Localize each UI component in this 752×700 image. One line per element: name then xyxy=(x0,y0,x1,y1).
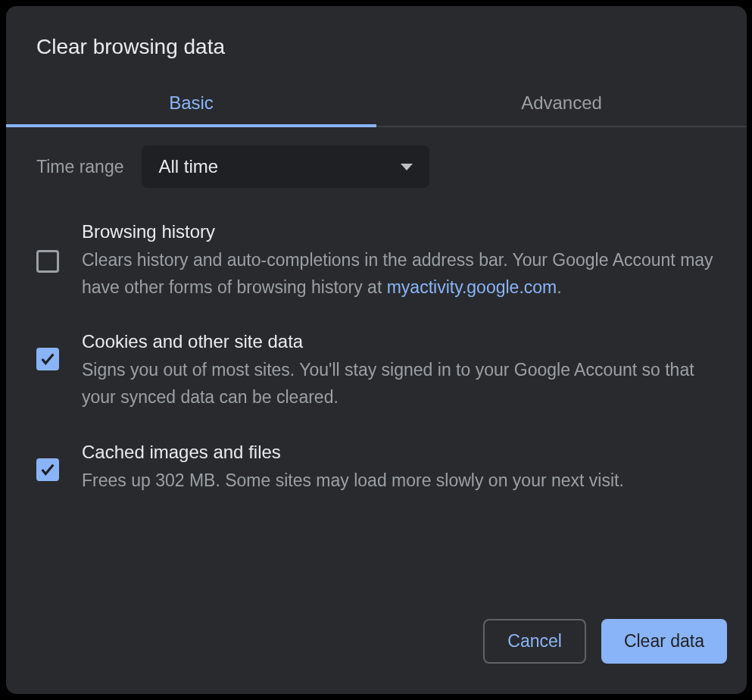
chevron-down-icon xyxy=(401,164,413,170)
myactivity-link[interactable]: myactivity.google.com xyxy=(387,277,557,297)
checkbox-cached[interactable] xyxy=(36,458,59,481)
option-title: Cached images and files xyxy=(82,442,716,463)
time-range-label: Time range xyxy=(36,157,123,177)
check-icon xyxy=(39,351,56,367)
option-desc-suffix: . xyxy=(557,277,561,297)
option-desc: Clears history and auto-completions in t… xyxy=(82,247,716,301)
option-desc: Signs you out of most sites. You'll stay… xyxy=(82,357,716,411)
check-icon xyxy=(39,461,56,478)
option-text: Browsing history Clears history and auto… xyxy=(82,221,716,301)
dialog-title: Clear browsing data xyxy=(6,6,747,80)
time-range-value: All time xyxy=(158,156,218,177)
option-cookies: Cookies and other site data Signs you ou… xyxy=(36,320,716,430)
dialog-actions: Cancel Clear data xyxy=(6,619,747,694)
option-text: Cached images and files Frees up 302 MB.… xyxy=(82,442,716,495)
tab-advanced[interactable]: Advanced xyxy=(376,80,747,126)
option-cached: Cached images and files Frees up 302 MB.… xyxy=(36,431,716,514)
time-range-select[interactable]: All time xyxy=(142,145,429,188)
clear-browsing-data-dialog: Clear browsing data Basic Advanced Time … xyxy=(6,6,747,694)
option-title: Cookies and other site data xyxy=(82,331,716,352)
cancel-button[interactable]: Cancel xyxy=(483,619,586,664)
checkbox-cookies[interactable] xyxy=(36,348,59,370)
option-browsing-history: Browsing history Clears history and auto… xyxy=(36,211,716,320)
tab-basic[interactable]: Basic xyxy=(6,80,376,126)
tabs: Basic Advanced xyxy=(6,80,747,127)
options-list: Browsing history Clears history and auto… xyxy=(6,203,747,514)
clear-data-button[interactable]: Clear data xyxy=(601,619,727,664)
checkbox-browsing-history[interactable] xyxy=(36,250,59,273)
option-text: Cookies and other site data Signs you ou… xyxy=(82,331,716,411)
option-desc: Frees up 302 MB. Some sites may load mor… xyxy=(82,467,716,495)
option-title: Browsing history xyxy=(82,221,716,242)
time-range-row: Time range All time xyxy=(6,127,747,203)
